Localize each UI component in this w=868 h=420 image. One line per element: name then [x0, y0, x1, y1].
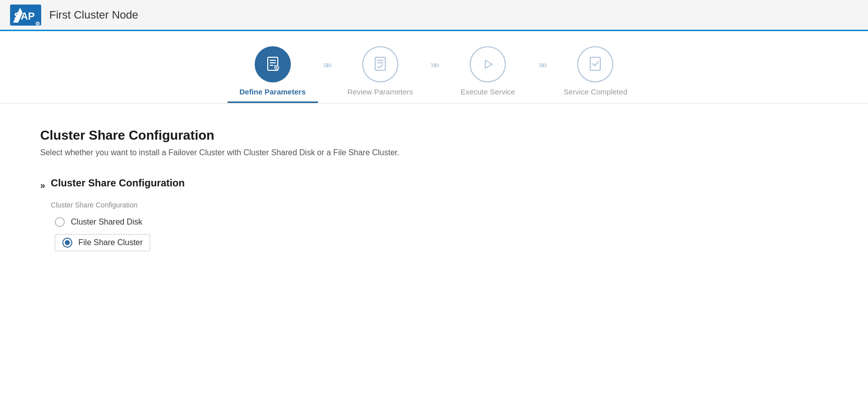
- wizard-arrow-2: »»: [430, 59, 438, 70]
- wizard-step-service-completed[interactable]: Service Completed: [550, 46, 640, 103]
- define-parameters-icon: [263, 55, 282, 74]
- step-label-execute-service: Execute Service: [461, 87, 515, 103]
- section-description: Select whether you want to install a Fai…: [40, 148, 828, 157]
- wizard-step-execute-service[interactable]: Execute Service: [443, 46, 533, 103]
- sap-logo: SAP ®: [10, 5, 41, 26]
- step-label-review-parameters: Review Parameters: [347, 87, 413, 103]
- step-icon-review-parameters: [362, 46, 398, 82]
- service-completed-icon: [586, 55, 605, 74]
- svg-marker-19: [485, 60, 492, 68]
- section-expand-arrow[interactable]: »: [40, 180, 43, 191]
- svg-text:®: ®: [37, 23, 39, 26]
- cluster-share-section: » Cluster Share Configuration Cluster Sh…: [40, 177, 828, 251]
- execute-service-icon: [478, 55, 497, 74]
- wizard-arrow-1: »»: [323, 59, 330, 70]
- step-icon-define-parameters: [255, 46, 291, 82]
- step-icon-execute-service: [470, 46, 506, 82]
- step-label-service-completed: Service Completed: [564, 87, 627, 103]
- radio-group-cluster-share: Cluster Shared Disk File Share Cluster: [55, 217, 828, 251]
- main-content: Cluster Share Configuration Select wheth…: [0, 103, 868, 271]
- wizard-arrow-3: »»: [538, 59, 545, 70]
- radio-item-file-share-cluster[interactable]: File Share Cluster: [55, 234, 150, 251]
- svg-rect-16: [375, 57, 385, 70]
- step-icon-service-completed: [577, 46, 613, 82]
- page-title-header: First Cluster Node: [49, 9, 138, 22]
- review-parameters-icon: [371, 55, 390, 74]
- svg-rect-20: [590, 57, 600, 70]
- wizard-steps: Define Parameters »» Review Parameters »…: [0, 31, 868, 103]
- wizard-step-review-parameters[interactable]: Review Parameters: [335, 46, 425, 103]
- section-content: Cluster Share Configuration Cluster Shar…: [51, 177, 828, 251]
- wizard-step-define-parameters[interactable]: Define Parameters: [228, 46, 318, 103]
- section-title: Cluster Share Configuration: [51, 177, 828, 189]
- svg-text:SAP: SAP: [14, 11, 35, 22]
- radio-item-cluster-shared-disk[interactable]: Cluster Shared Disk: [55, 217, 828, 227]
- radio-circle-file-share-cluster[interactable]: [62, 238, 72, 248]
- radio-circle-cluster-shared-disk[interactable]: [55, 217, 65, 227]
- step-label-define-parameters: Define Parameters: [228, 87, 318, 103]
- app-header: SAP ® First Cluster Node: [0, 0, 868, 31]
- section-heading: Cluster Share Configuration: [40, 128, 828, 143]
- radio-label-cluster-shared-disk: Cluster Shared Disk: [71, 218, 142, 227]
- radio-label-file-share-cluster: File Share Cluster: [78, 238, 143, 247]
- field-label: Cluster Share Configuration: [51, 201, 828, 209]
